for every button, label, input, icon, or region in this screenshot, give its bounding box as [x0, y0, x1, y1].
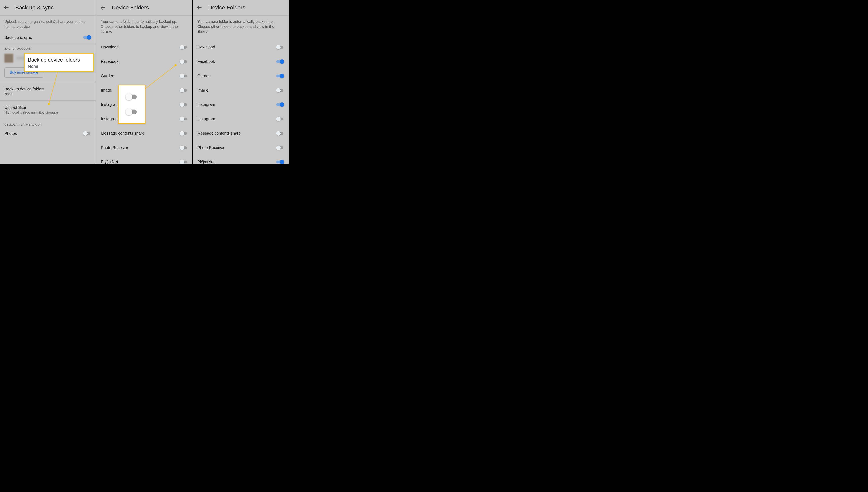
folders-description: Your camera folder is automatically back…	[193, 16, 288, 40]
page-title: Device Folders	[112, 4, 149, 11]
callout-title: Back up device folders	[28, 57, 90, 63]
backup-sync-toggle-row[interactable]: Back up & sync	[0, 32, 96, 44]
folder-list: DownloadFacebookGardenImageInstagramInst…	[193, 40, 288, 164]
folder-switch[interactable]	[276, 131, 284, 136]
backup-sync-label: Back up & sync	[4, 35, 32, 40]
callout-switch-off	[125, 108, 138, 116]
folder-label: Image	[101, 88, 112, 93]
folder-switch[interactable]	[180, 102, 188, 107]
folder-row[interactable]: Facebook	[193, 54, 288, 69]
folder-switch[interactable]	[180, 117, 188, 121]
cellular-photos-switch[interactable]	[83, 131, 91, 136]
folder-row[interactable]: Download	[96, 40, 192, 54]
folder-label: Instagram	[197, 117, 215, 121]
folder-row[interactable]: Pl@ntNet	[193, 155, 288, 164]
folder-switch[interactable]	[180, 160, 188, 164]
panel-device-folders-off: Device Folders Your camera folder is aut…	[96, 0, 193, 164]
folder-label: Photo Receiver	[101, 145, 128, 150]
avatar	[4, 54, 13, 63]
cellular-section-label: CELLULAR DATA BACK UP	[0, 119, 96, 128]
callout-switch-off	[125, 93, 138, 100]
folder-row[interactable]: Download	[193, 40, 288, 54]
folder-switch[interactable]	[276, 74, 284, 78]
page-title: Device Folders	[208, 4, 245, 11]
header: Back up & sync	[0, 0, 96, 16]
backup-description: Upload, search, organize, edit & share y…	[0, 16, 96, 32]
folder-label: Garden	[101, 74, 114, 78]
folder-switch[interactable]	[180, 59, 188, 64]
folder-row[interactable]: Facebook	[96, 54, 192, 69]
folder-label: Download	[101, 45, 119, 49]
folder-row[interactable]: Photo Receiver	[193, 141, 288, 155]
folder-switch[interactable]	[276, 160, 284, 164]
folder-switch[interactable]	[180, 131, 188, 136]
header: Device Folders	[96, 0, 192, 16]
backup-account-section-label: BACKUP ACCOUNT	[0, 44, 96, 52]
folder-row[interactable]: Garden	[96, 69, 192, 83]
folder-switch[interactable]	[180, 145, 188, 150]
folder-switch[interactable]	[180, 45, 188, 50]
folder-row[interactable]: Message contents share	[96, 126, 192, 141]
folder-label: Pl@ntNet	[197, 160, 214, 164]
folder-row[interactable]: Instagram	[193, 97, 288, 112]
cellular-photos-label: Photos	[4, 131, 17, 136]
upload-size-value: High quality (free unlimited storage)	[4, 110, 91, 115]
panel-device-folders-on: Device Folders Your camera folder is aut…	[193, 0, 289, 164]
folder-label: Photo Receiver	[197, 145, 225, 150]
backup-device-folders-row[interactable]: Back up device folders None	[0, 82, 96, 101]
folder-label: Pl@ntNet	[101, 160, 118, 164]
callout-toggle-switches	[118, 85, 145, 124]
folder-row[interactable]: Photo Receiver	[96, 141, 192, 155]
folder-label: Image	[197, 88, 209, 93]
header: Device Folders	[193, 0, 288, 16]
backup-folders-title: Back up device folders	[4, 87, 91, 91]
folder-switch[interactable]	[276, 117, 284, 121]
callout-anchor-dot	[48, 103, 50, 105]
folder-row[interactable]: Instagram	[193, 112, 288, 126]
folder-switch[interactable]	[276, 145, 284, 150]
folder-label: Message contents share	[101, 131, 144, 136]
folder-label: Facebook	[101, 59, 118, 64]
callout-value: None	[28, 64, 90, 69]
upload-size-title: Upload Size	[4, 105, 91, 110]
folder-label: Download	[197, 45, 215, 49]
back-arrow-icon[interactable]	[4, 5, 9, 10]
backup-sync-switch[interactable]	[83, 35, 91, 40]
folder-label: Facebook	[197, 59, 215, 64]
back-arrow-icon[interactable]	[196, 5, 202, 10]
folder-switch[interactable]	[180, 88, 188, 93]
cellular-photos-row[interactable]: Photos	[0, 128, 96, 139]
folder-label: Garden	[197, 74, 211, 78]
folder-switch[interactable]	[276, 88, 284, 93]
folder-row[interactable]: Garden	[193, 69, 288, 83]
folder-row[interactable]: Pl@ntNet	[96, 155, 192, 164]
folder-label: Instagram	[197, 102, 215, 107]
backup-folders-value: None	[4, 92, 91, 96]
folder-row[interactable]: Image	[193, 83, 288, 97]
folder-row[interactable]: Message contents share	[193, 126, 288, 141]
folder-switch[interactable]	[180, 74, 188, 78]
folder-switch[interactable]	[276, 45, 284, 50]
folders-description: Your camera folder is automatically back…	[96, 16, 192, 40]
back-arrow-icon[interactable]	[100, 5, 105, 10]
folder-switch[interactable]	[276, 59, 284, 64]
folder-label: Message contents share	[197, 131, 241, 136]
folder-label: Instagram	[101, 102, 119, 107]
folder-switch[interactable]	[276, 102, 284, 107]
page-title: Back up & sync	[15, 4, 54, 11]
folder-label: Instagram	[101, 117, 119, 121]
panel-backup-sync: Back up & sync Upload, search, organize,…	[0, 0, 96, 164]
callout-backup-folders: Back up device folders None	[24, 53, 94, 72]
